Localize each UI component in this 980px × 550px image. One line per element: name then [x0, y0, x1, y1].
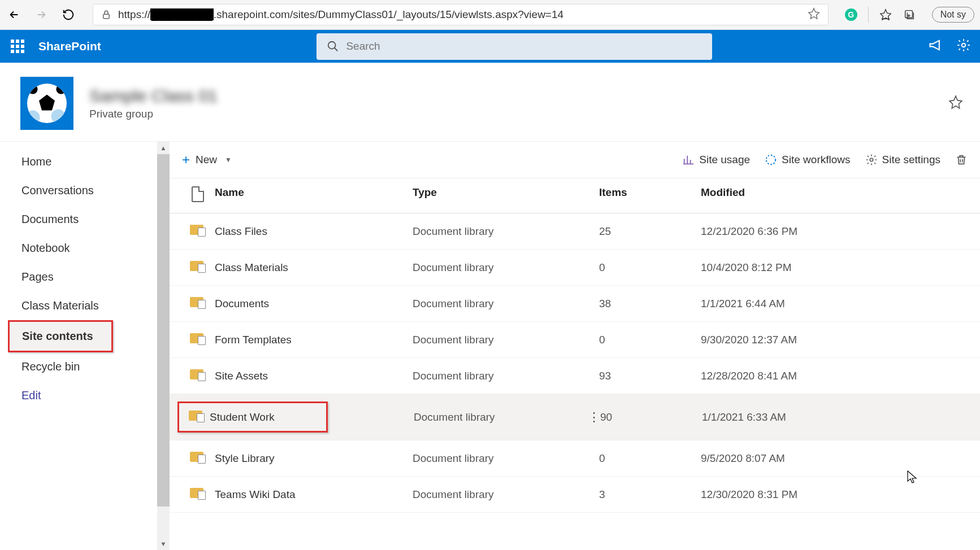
- browser-toolbar: https://████████.sharepoint.com/sites/Du…: [0, 0, 980, 30]
- nav-notebook[interactable]: Notebook: [0, 234, 170, 263]
- row-name[interactable]: Style Library: [215, 452, 413, 465]
- settings-gear-icon[interactable]: [956, 38, 971, 55]
- search-icon: [327, 40, 339, 53]
- left-navigation: Home Conversations Documents Notebook Pa…: [0, 142, 170, 550]
- workflow-icon: [765, 154, 777, 166]
- row-type: Document library: [413, 334, 599, 346]
- row-modified: 9/30/2020 12:37 AM: [701, 334, 969, 346]
- column-name[interactable]: Name: [215, 186, 413, 205]
- row-type: Document library: [414, 411, 600, 424]
- nav-site-contents[interactable]: Site contents: [8, 320, 113, 352]
- search-box[interactable]: [316, 33, 712, 60]
- megaphone-icon[interactable]: [928, 38, 944, 54]
- row-modified: 12/28/2020 8:41 AM: [701, 370, 969, 382]
- table-row[interactable]: Site Assets Document library 93 12/28/20…: [170, 358, 980, 394]
- column-modified[interactable]: Modified: [701, 186, 969, 205]
- svg-point-2: [328, 42, 336, 49]
- site-workflows-label: Site workflows: [782, 154, 850, 166]
- row-items: 38: [599, 298, 701, 310]
- back-button[interactable]: [6, 6, 23, 23]
- sharepoint-logo[interactable]: SharePoint: [38, 40, 101, 53]
- row-items: 93: [599, 370, 701, 382]
- table-row[interactable]: Class Materials Document library 0 10/4/…: [170, 250, 980, 286]
- row-items: 0: [599, 334, 701, 346]
- favorites-icon[interactable]: [879, 8, 892, 21]
- document-library-icon: [190, 486, 206, 500]
- chart-icon: [682, 154, 695, 166]
- chevron-down-icon: ▼: [225, 156, 232, 164]
- scroll-down-icon[interactable]: ▼: [157, 538, 170, 550]
- follow-star-icon[interactable]: [948, 95, 963, 112]
- site-title[interactable]: Sample Class 01: [89, 86, 218, 106]
- document-library-icon: [189, 409, 205, 422]
- soccer-ball-icon: [27, 84, 67, 123]
- row-name[interactable]: Class Materials: [215, 261, 413, 274]
- row-modified: 1/1/2021 6:44 AM: [701, 298, 969, 310]
- row-name[interactable]: Student Work: [210, 411, 317, 424]
- nav-documents[interactable]: Documents: [0, 205, 170, 234]
- favorite-star-icon[interactable]: [808, 7, 820, 22]
- row-items: 90: [600, 411, 702, 424]
- table-row[interactable]: Teams Wiki Data Document library 3 12/30…: [170, 477, 980, 513]
- row-name[interactable]: Site Assets: [215, 370, 413, 382]
- sharepoint-suite-bar: SharePoint: [0, 30, 980, 63]
- table-row[interactable]: Student Work ⋮ Document library 90 1/1/2…: [170, 394, 980, 440]
- nav-conversations[interactable]: Conversations: [0, 176, 170, 205]
- search-input[interactable]: [346, 40, 702, 53]
- nav-edit-link[interactable]: Edit: [0, 381, 170, 410]
- command-bar: + New ▼ Site usage Site workflows Site s…: [170, 142, 980, 178]
- address-bar[interactable]: https://████████.sharepoint.com/sites/Du…: [93, 4, 829, 25]
- nav-scrollbar[interactable]: ▲ ▼: [157, 142, 170, 550]
- recycle-bin-button[interactable]: [955, 154, 968, 166]
- more-actions-icon[interactable]: ⋮: [588, 410, 599, 425]
- nav-home[interactable]: Home: [0, 147, 170, 176]
- table-row[interactable]: Style Library Document library 0 9/5/202…: [170, 440, 980, 477]
- row-items: 0: [599, 452, 701, 465]
- row-type: Document library: [413, 370, 599, 382]
- row-items: 0: [599, 261, 701, 274]
- forward-button[interactable]: [33, 6, 50, 23]
- row-type: Document library: [413, 225, 599, 238]
- site-settings-button[interactable]: Site settings: [865, 154, 941, 166]
- nav-recycle-bin[interactable]: Recycle bin: [0, 352, 170, 381]
- column-type-icon[interactable]: [181, 186, 215, 205]
- row-modified: 12/30/2020 8:31 PM: [701, 488, 969, 501]
- row-name[interactable]: Documents: [215, 298, 413, 310]
- row-items: 3: [599, 488, 701, 501]
- url-text: https://████████.sharepoint.com/sites/Du…: [118, 8, 801, 21]
- list-header-row: Name Type Items Modified: [170, 178, 980, 213]
- site-logo[interactable]: [20, 77, 73, 130]
- row-name[interactable]: Teams Wiki Data: [215, 488, 413, 501]
- table-row[interactable]: Documents Document library 38 1/1/2021 6…: [170, 286, 980, 322]
- row-type: Document library: [413, 298, 599, 310]
- site-workflows-button[interactable]: Site workflows: [765, 154, 850, 166]
- new-button-label: New: [196, 154, 217, 166]
- document-library-icon: [190, 368, 206, 381]
- column-items[interactable]: Items: [599, 186, 701, 205]
- sync-status[interactable]: Not sy: [932, 7, 974, 23]
- document-library-icon: [190, 450, 206, 464]
- trash-icon: [955, 154, 968, 166]
- row-name[interactable]: Form Templates: [215, 334, 413, 346]
- row-type: Document library: [413, 261, 599, 274]
- refresh-button[interactable]: [60, 6, 77, 23]
- site-usage-button[interactable]: Site usage: [682, 154, 750, 166]
- new-button[interactable]: + New ▼: [182, 152, 232, 168]
- scroll-thumb[interactable]: [157, 154, 170, 507]
- table-row[interactable]: Class Files Document library 25 12/21/20…: [170, 213, 980, 250]
- nav-class-materials[interactable]: Class Materials: [0, 291, 170, 320]
- grammarly-icon[interactable]: G: [844, 8, 858, 21]
- row-name[interactable]: Class Files: [215, 225, 413, 238]
- row-type: Document library: [413, 452, 599, 465]
- document-library-icon: [190, 295, 206, 309]
- column-type[interactable]: Type: [413, 186, 599, 205]
- app-launcher-icon[interactable]: [9, 38, 26, 55]
- plus-icon: +: [182, 152, 190, 168]
- site-privacy-label: Private group: [89, 108, 218, 120]
- collections-icon[interactable]: [903, 8, 916, 21]
- row-items: 25: [599, 225, 701, 238]
- row-modified: 10/4/2020 8:12 PM: [701, 261, 969, 274]
- table-row[interactable]: Form Templates Document library 0 9/30/2…: [170, 322, 980, 358]
- nav-pages[interactable]: Pages: [0, 263, 170, 291]
- scroll-up-icon[interactable]: ▲: [157, 142, 170, 154]
